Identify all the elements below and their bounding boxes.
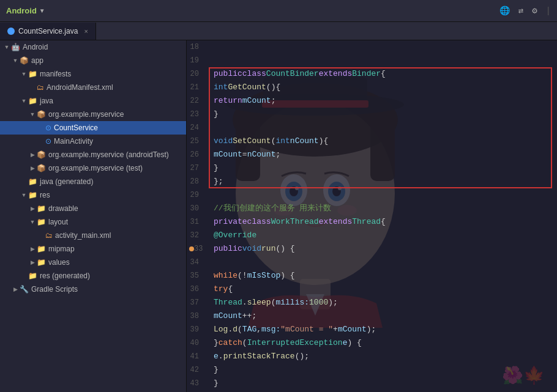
globe-icon[interactable]: 🌐 bbox=[499, 6, 510, 16]
line-number-35: 35 bbox=[187, 269, 204, 283]
tree-label: org.example.myservice (androidTest) bbox=[48, 150, 169, 159]
sidebar-item-res-gen[interactable]: 📁res (generated) bbox=[0, 269, 186, 283]
line-number-34: 34 bbox=[187, 256, 204, 269]
line-number-21: 21 bbox=[187, 81, 204, 94]
sidebar-item-package-main[interactable]: ▼📦org.example.myservice bbox=[0, 108, 186, 121]
file-icon: 📁 bbox=[28, 97, 37, 105]
file-icon: 📦 bbox=[20, 56, 29, 65]
code-line-29 bbox=[214, 188, 552, 202]
tree-label: layout bbox=[48, 218, 68, 226]
breakpoint-dot[interactable] bbox=[189, 246, 194, 251]
split-icon[interactable]: ⇄ bbox=[518, 6, 523, 16]
file-icon: 📁 bbox=[28, 191, 37, 199]
file-icon: 📁 bbox=[37, 204, 46, 213]
code-line-23: } bbox=[214, 108, 552, 121]
sidebar-item-package-test[interactable]: ▶📦org.example.myservice (androidTest) bbox=[0, 148, 186, 161]
line-number-31: 31 bbox=[187, 215, 204, 229]
line-number-43: 43 bbox=[187, 377, 204, 390]
line-number-29: 29 bbox=[187, 188, 204, 202]
separator: | bbox=[546, 6, 551, 16]
file-icon: 📁 bbox=[37, 258, 46, 267]
sidebar-item-package-test2[interactable]: ▶📦org.example.myservice (test) bbox=[0, 161, 186, 175]
sidebar-item-gradle-scripts[interactable]: ▶🔧Gradle Scripts bbox=[0, 283, 186, 296]
android-dropdown-arrow[interactable]: ▼ bbox=[39, 7, 45, 14]
line-number-28: 28 bbox=[187, 175, 204, 188]
code-line-39: Log.d(TAG, msg: "mCount = " + mCount); bbox=[214, 323, 552, 336]
sidebar-item-res[interactable]: ▼📁res bbox=[0, 188, 186, 202]
tree-label: drawable bbox=[48, 204, 78, 213]
sidebar-item-values[interactable]: ▶📁values bbox=[0, 256, 186, 269]
file-icon: 🤖 bbox=[11, 43, 20, 51]
tab-countservice[interactable]: CountService.java × bbox=[0, 23, 96, 40]
tree-label: app bbox=[31, 56, 43, 65]
code-line-38: mCount++; bbox=[214, 309, 552, 323]
code-line-33: public void run() { bbox=[214, 242, 552, 256]
sidebar-item-countservice[interactable]: ⊙CountService bbox=[0, 121, 186, 135]
code-line-26: mCount = nCount; bbox=[214, 148, 552, 161]
file-icon: 📁 bbox=[28, 272, 37, 280]
sidebar-item-mipmap[interactable]: ▶📁mipmap bbox=[0, 242, 186, 256]
line-number-37: 37 bbox=[187, 296, 204, 309]
sidebar-item-android-root[interactable]: ▼🤖Android bbox=[0, 40, 186, 54]
code-line-31: private class WorkThread extends Thread … bbox=[214, 215, 552, 229]
sidebar-item-activity-main-xml[interactable]: 🗂activity_main.xml bbox=[0, 229, 186, 242]
tab-close-button[interactable]: × bbox=[84, 28, 88, 35]
tree-arrow: ▼ bbox=[21, 98, 27, 104]
tree-label: org.example.myservice (test) bbox=[48, 164, 143, 172]
line-number-24: 24 bbox=[187, 121, 204, 135]
line-number-33: 33 bbox=[187, 242, 204, 256]
code-line-37: Thread.sleep( millis: 1000); bbox=[214, 296, 552, 309]
tree-label: res bbox=[40, 191, 50, 199]
code-line-24 bbox=[214, 121, 552, 135]
file-icon: 📁 bbox=[37, 245, 46, 253]
sidebar-item-java-folder[interactable]: ▼📁java bbox=[0, 94, 186, 108]
code-line-43: } bbox=[214, 377, 552, 390]
gear-icon[interactable]: ⚙ bbox=[532, 6, 537, 16]
code-area[interactable]: 1819202122232425262728293031323334353637… bbox=[187, 40, 557, 392]
sidebar-item-androidmanifest[interactable]: 🗂AndroidManifest.xml bbox=[0, 81, 186, 94]
top-bar-actions: 🌐 ⇄ ⚙ | bbox=[499, 6, 551, 16]
tree-arrow: ▼ bbox=[12, 57, 18, 64]
tree-label: MainActivity bbox=[54, 137, 93, 146]
code-line-34 bbox=[214, 256, 552, 269]
file-icon: 📁 bbox=[37, 218, 46, 226]
tree-arrow: ▶ bbox=[29, 205, 36, 212]
code-line-20: public class CountBinder extends Binder{ bbox=[214, 67, 552, 81]
code-line-30: //我们创建的这个服务 用来计数 bbox=[214, 202, 552, 215]
line-number-38: 38 bbox=[187, 309, 204, 323]
line-number-41: 41 bbox=[187, 350, 204, 363]
sidebar-item-layout[interactable]: ▼📁layout bbox=[0, 215, 186, 229]
tree-label: activity_main.xml bbox=[55, 231, 111, 240]
tree-arrow: ▼ bbox=[4, 44, 10, 50]
sidebar-item-manifests[interactable]: ▼📁manifests bbox=[0, 67, 186, 81]
code-line-27: } bbox=[214, 161, 552, 175]
android-title: Android ▼ bbox=[6, 6, 45, 15]
sidebar-item-drawable[interactable]: ▶📁drawable bbox=[0, 202, 186, 215]
line-number-19: 19 bbox=[187, 54, 204, 67]
file-icon: 📦 bbox=[37, 150, 46, 159]
file-icon: ⊙ bbox=[45, 124, 51, 132]
tree-label: Gradle Scripts bbox=[31, 285, 78, 294]
android-label: Android bbox=[6, 6, 37, 15]
line-number-26: 26 bbox=[187, 148, 204, 161]
tab-bar: CountService.java × bbox=[0, 22, 557, 40]
sidebar-item-mainactivity[interactable]: ⊙MainActivity bbox=[0, 135, 186, 148]
code-line-21: int GetCount(){ bbox=[214, 81, 552, 94]
code-line-42: } bbox=[214, 363, 552, 377]
line-number-25: 25 bbox=[187, 135, 204, 148]
file-icon: 🗂 bbox=[37, 83, 44, 92]
file-icon: 🗂 bbox=[45, 231, 53, 240]
tree-arrow: ▶ bbox=[29, 165, 36, 171]
code-line-25: void SetCount(int nCount){ bbox=[214, 135, 552, 148]
tree-label: java (generated) bbox=[40, 177, 93, 186]
tab-label: CountService.java bbox=[18, 27, 78, 35]
line-number-27: 27 bbox=[187, 161, 204, 175]
editor: 🌺🍁 1819202122232425262728293031323334353… bbox=[187, 40, 557, 392]
tree-label: values bbox=[48, 258, 70, 267]
tree-arrow: ▶ bbox=[29, 152, 36, 158]
sidebar-item-app[interactable]: ▼📦app bbox=[0, 54, 186, 67]
file-icon: 📦 bbox=[37, 110, 46, 119]
line-number-20: 20 bbox=[187, 67, 204, 81]
sidebar-item-java-gen[interactable]: 📁java (generated) bbox=[0, 175, 186, 188]
code-line-41: e.printStackTrace(); bbox=[214, 350, 552, 363]
